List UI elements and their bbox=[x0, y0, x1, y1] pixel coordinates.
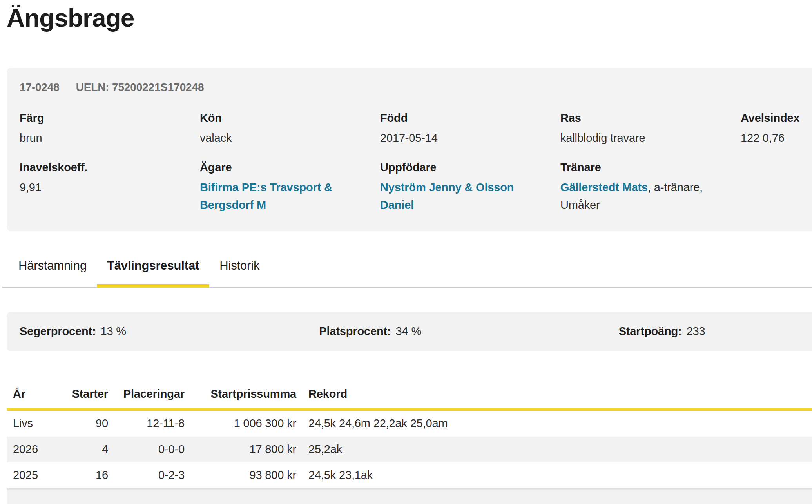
tabs-bar: Härstamning Tävlingsresultat Historik bbox=[2, 247, 812, 288]
table-header-row: År Starter Placeringar Startprissumma Re… bbox=[7, 380, 812, 410]
horse-detail-grid: Färg brun Kön valack Född 2017-05-14 Ras… bbox=[20, 112, 812, 214]
column-header-prize-sum: Startprissumma bbox=[185, 380, 297, 410]
info-field-breeding-index: Avelsindex 122 0,76 bbox=[741, 112, 812, 147]
field-value: 2017-05-14 bbox=[380, 129, 545, 147]
info-field-trainer: Tränare Gällerstedt Mats, a-tränare, Umå… bbox=[560, 161, 741, 214]
breeder-link[interactable]: Nyström Jenny & Olsson Daniel bbox=[380, 179, 545, 214]
field-label: Ägare bbox=[200, 161, 380, 174]
stat-start-points: Startpoäng:233 bbox=[619, 325, 812, 338]
info-field-born: Född 2017-05-14 bbox=[380, 112, 560, 147]
owner-link[interactable]: Bifirma PE:s Travsport & Bergsdorf M bbox=[200, 179, 364, 214]
info-field-breed: Ras kallblodig travare bbox=[560, 112, 741, 147]
column-header-year: År bbox=[7, 380, 62, 410]
cell-year: 2025 bbox=[7, 462, 62, 488]
field-label: Färg bbox=[20, 112, 200, 125]
info-field-owner: Ägare Bifirma PE:s Travsport & Bergsdorf… bbox=[200, 161, 380, 214]
horse-info-card: 17-0248UELN: 75200221S170248 Färg brun K… bbox=[7, 68, 812, 231]
field-label: Tränare bbox=[560, 161, 741, 174]
tab-historik[interactable]: Historik bbox=[209, 247, 270, 287]
stat-value: 233 bbox=[687, 325, 705, 337]
trainer-location-text: Umåker bbox=[560, 196, 725, 214]
breeder-link-line2[interactable]: Daniel bbox=[380, 196, 545, 214]
cell-placements: 12-11-8 bbox=[109, 410, 185, 437]
stat-value: 13 % bbox=[101, 325, 126, 337]
field-value: kallblodig travare bbox=[560, 129, 725, 147]
cell-record: 24,5k 24,6m 22,2ak 25,0am bbox=[297, 410, 812, 437]
table-row-2026: 2026 4 0-0-0 17 800 kr 25,2ak bbox=[7, 437, 812, 462]
cell-prize-sum: 93 800 kr bbox=[185, 462, 297, 488]
cell-record: 25,2ak bbox=[297, 437, 812, 462]
table-row-2025: 2025 16 0-2-3 93 800 kr 24,5k 23,1ak bbox=[7, 462, 812, 488]
field-label: Ras bbox=[560, 112, 741, 125]
cell-starts: 90 bbox=[62, 410, 109, 437]
field-label: Avelsindex bbox=[741, 112, 812, 125]
trainer-link[interactable]: Gällerstedt Mats bbox=[560, 181, 648, 194]
info-field-inbreeding: Inavelskoeff. 9,91 bbox=[20, 161, 200, 214]
column-header-starts: Starter bbox=[62, 380, 109, 410]
field-value: 122 0,76 bbox=[741, 129, 812, 147]
stat-label: Platsprocent: bbox=[319, 325, 391, 337]
field-label: Född bbox=[380, 112, 560, 125]
trainer-role-text: , a-tränare, bbox=[648, 181, 703, 194]
ueln-number: UELN: 75200221S170248 bbox=[76, 81, 204, 93]
tab-tavlingsresultat[interactable]: Tävlingsresultat bbox=[97, 247, 209, 287]
stat-value: 34 % bbox=[396, 325, 421, 337]
field-value: 9,91 bbox=[20, 179, 184, 196]
horse-name: Ängsbrage bbox=[7, 3, 812, 33]
cell-starts: 4 bbox=[62, 437, 109, 462]
cell-year: 2026 bbox=[7, 437, 62, 462]
stat-place-percent: Platsprocent:34 % bbox=[319, 325, 618, 338]
stats-bar: Segerprocent:13 % Platsprocent:34 % Star… bbox=[7, 312, 812, 351]
field-label: Inavelskoeff. bbox=[20, 161, 200, 174]
owner-link-line2[interactable]: Bergsdorf M bbox=[200, 196, 364, 214]
cell-placements: 0-2-3 bbox=[109, 462, 185, 488]
cell-starts: 16 bbox=[62, 462, 109, 488]
column-header-record: Rekord bbox=[297, 380, 812, 410]
tab-harstamning[interactable]: Härstamning bbox=[8, 247, 97, 287]
stat-win-percent: Segerprocent:13 % bbox=[20, 325, 319, 338]
registration-number: 17-0248 bbox=[20, 81, 60, 93]
field-value: valack bbox=[200, 129, 364, 147]
cell-year: Livs bbox=[7, 410, 62, 437]
info-field-breeder: Uppfödare Nyström Jenny & Olsson Daniel bbox=[380, 161, 560, 214]
info-field-sex: Kön valack bbox=[200, 112, 380, 147]
stat-label: Startpoäng: bbox=[619, 325, 682, 337]
stat-label: Segerprocent: bbox=[20, 325, 96, 337]
field-label: Kön bbox=[200, 112, 380, 125]
column-header-placements: Placeringar bbox=[109, 380, 185, 410]
field-label: Uppfödare bbox=[380, 161, 560, 174]
table-row-lifetime: Livs 90 12-11-8 1 006 300 kr 24,5k 24,6m… bbox=[7, 410, 812, 437]
info-field-color: Färg brun bbox=[20, 112, 200, 147]
cell-record: 24,5k 23,1ak bbox=[297, 462, 812, 488]
cell-prize-sum: 1 006 300 kr bbox=[185, 410, 297, 437]
breeder-link-line1[interactable]: Nyström Jenny & Olsson bbox=[380, 179, 545, 196]
table-row-partial bbox=[7, 488, 812, 504]
results-table: År Starter Placeringar Startprissumma Re… bbox=[7, 380, 812, 488]
identity-line: 17-0248UELN: 75200221S170248 bbox=[20, 81, 812, 94]
field-value: brun bbox=[20, 129, 184, 147]
cell-placements: 0-0-0 bbox=[109, 437, 185, 462]
cell-prize-sum: 17 800 kr bbox=[185, 437, 297, 462]
owner-link-line1[interactable]: Bifirma PE:s Travsport & bbox=[200, 179, 364, 196]
